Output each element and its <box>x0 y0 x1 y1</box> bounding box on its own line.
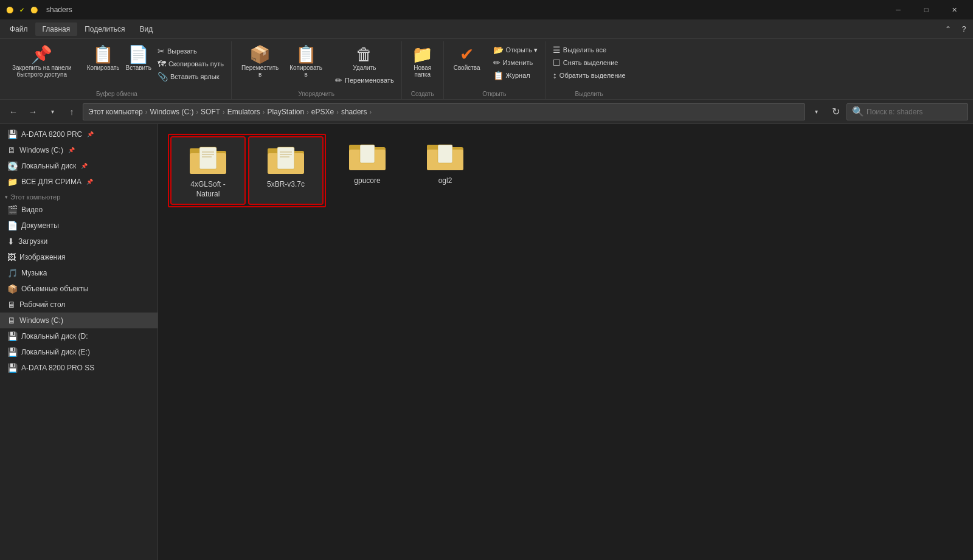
sidebar-item-images[interactable]: 🖼 Изображения <box>0 249 158 265</box>
ribbon: 📌 Закрепить на панелибыстрого доступа 📋 … <box>0 39 973 100</box>
svg-rect-3 <box>199 147 216 169</box>
sidebar-item-music[interactable]: 🎵 Музыка <box>0 265 158 281</box>
searchbar[interactable]: 🔍 <box>847 103 968 120</box>
paste-shortcut-button[interactable]: 📎 Вставить ярлык <box>155 71 226 83</box>
organize-buttons: 📦 Переместитьв 📋 Копироватьв 🗑 Удалить ✏ <box>237 41 396 89</box>
open-label: Открыть <box>482 89 506 99</box>
sidebar-item-windows-c-2[interactable]: 🖥 Windows (C:) <box>0 313 158 328</box>
select-all-icon: ☰ <box>553 45 561 55</box>
refresh-button[interactable]: ↻ <box>827 103 844 120</box>
titlebar-title: shaders <box>46 5 72 14</box>
bc-emulators[interactable]: Emulators <box>227 108 260 116</box>
properties-icon: ✔ <box>460 46 474 63</box>
titlebar-icon-3: 🟡 <box>29 5 39 15</box>
create-label: Создать <box>411 89 434 99</box>
open-button[interactable]: 📂 Открыть ▾ <box>491 44 540 56</box>
bc-epsxe[interactable]: ePSXe <box>311 108 334 116</box>
breadcrumb-dropdown-button[interactable]: ▾ <box>808 103 825 120</box>
copy-button[interactable]: 📋 Копировать <box>85 44 122 74</box>
maximize-button[interactable]: □ <box>912 0 940 19</box>
select-all-button[interactable]: ☰ Выделить все <box>550 44 628 56</box>
folder-5xbr[interactable]: 5xBR-v3.7c <box>249 137 322 204</box>
move-to-button[interactable]: 📦 Переместитьв <box>237 44 283 80</box>
ribbon-group-select: ☰ Выделить все ☐ Снять выделение ↕ Обрат… <box>545 41 633 99</box>
srima-folder-icon: 📁 <box>7 177 18 187</box>
bc-shaders[interactable]: shaders <box>341 108 367 116</box>
invert-selection-button[interactable]: ↕ Обратить выделение <box>550 69 628 81</box>
open-icon: 📂 <box>493 45 504 55</box>
copy-to-icon: 📋 <box>296 46 317 63</box>
local-disk-icon: 💽 <box>7 161 18 171</box>
sidebar-item-adata[interactable]: 💾 A-DATA 8200 PRC 📌 <box>0 126 158 142</box>
delete-button[interactable]: 🗑 Удалить <box>333 44 396 74</box>
recent-locations-button[interactable]: ▾ <box>44 103 61 120</box>
sidebar-item-disk-d[interactable]: 💾 Локальный диск (D: <box>0 328 158 344</box>
move-icon: 📦 <box>249 46 271 63</box>
sidebar-item-documents[interactable]: 📄 Документы <box>0 218 158 233</box>
sidebar-item-disk-e[interactable]: 💾 Локальный диск (E:) <box>0 344 158 360</box>
windows-c-icon: 🖥 <box>7 316 16 325</box>
folder-icon-ogl2 <box>426 139 465 173</box>
music-icon: 🎵 <box>7 268 18 278</box>
menu-home[interactable]: Главная <box>35 22 78 36</box>
properties-button[interactable]: ✔ Свойства <box>449 44 485 74</box>
menu-share[interactable]: Поделиться <box>77 22 132 36</box>
copy-path-icon: 🗺 <box>158 59 166 69</box>
bc-soft[interactable]: SOFT <box>201 108 220 116</box>
ribbon-group-organize: 📦 Переместитьв 📋 Копироватьв 🗑 Удалить ✏ <box>232 41 402 99</box>
selected-files-group: 4xGLSoft -Natural 5xBR-v3.7c <box>168 134 326 207</box>
copy-to-button[interactable]: 📋 Копироватьв <box>285 44 327 80</box>
up-button[interactable]: ↑ <box>63 103 80 120</box>
close-button[interactable]: ✕ <box>940 0 968 19</box>
forward-button[interactable]: → <box>24 103 41 120</box>
folder-label-5xbr: 5xBR-v3.7c <box>267 180 305 190</box>
cut-button[interactable]: ✂ Вырезать <box>155 45 226 57</box>
search-icon: 🔍 <box>852 106 864 117</box>
folder-icon-5xbr <box>266 142 305 176</box>
svg-rect-24 <box>438 145 452 163</box>
folder-4xglsoft[interactable]: 4xGLSoft -Natural <box>171 137 244 204</box>
video-icon: 🎬 <box>7 205 18 215</box>
delete-rename-col: 🗑 Удалить ✏ Переименовать <box>333 44 396 86</box>
history-button[interactable]: 📋 Журнал <box>491 69 540 81</box>
documents-icon: 📄 <box>7 221 18 230</box>
sidebar-item-local-disk[interactable]: 💽 Локальный диск 📌 <box>0 158 158 174</box>
menu-view[interactable]: Вид <box>132 22 160 36</box>
back-button[interactable]: ← <box>5 103 22 120</box>
drive-icon: 💾 <box>7 130 18 139</box>
bc-drive[interactable]: Windows (C:) <box>150 108 193 116</box>
ribbon-group-create: 📁 Новаяпапка Создать <box>402 41 444 99</box>
bc-playstation[interactable]: PlayStation <box>267 108 304 116</box>
computer-section: ▾ Этот компьютер <box>0 190 158 202</box>
sidebar-item-windows-c[interactable]: 🖥 Windows (C:) 📌 <box>0 142 158 158</box>
new-folder-button[interactable]: 📁 Новаяпапка <box>407 44 438 80</box>
menubar-right: ⌃ ? <box>941 22 971 36</box>
folder-gpucore[interactable]: gpucore <box>331 134 404 207</box>
sidebar-item-desktop[interactable]: 🖥 Рабочий стол <box>0 297 158 313</box>
folder-ogl2[interactable]: ogl2 <box>409 134 482 207</box>
sidebar-item-adata-ss[interactable]: 💾 A-DATA 8200 PRO SS <box>0 360 158 376</box>
deselect-button[interactable]: ☐ Снять выделение <box>550 57 628 69</box>
open-col: 📂 Открыть ▾ ✏ Изменить 📋 Журнал <box>491 44 540 81</box>
rename-button[interactable]: ✏ Переименовать <box>333 74 396 86</box>
sidebar-item-srima[interactable]: 📁 ВСЕ ДЛЯ СРИМА 📌 <box>0 174 158 190</box>
search-input[interactable] <box>867 108 963 116</box>
ribbon-collapse-button[interactable]: ⌃ <box>941 22 955 36</box>
sidebar-item-video[interactable]: 🎬 Видео <box>0 202 158 218</box>
edit-button[interactable]: ✏ Изменить <box>491 57 540 69</box>
delete-icon: 🗑 <box>356 46 373 63</box>
menu-file[interactable]: Файл <box>2 22 35 36</box>
minimize-button[interactable]: ─ <box>884 0 912 19</box>
copy-paste-col: 📋 Копировать 📄 Вставить <box>85 44 154 74</box>
sidebar-item-3d[interactable]: 📦 Объемные объекты <box>0 281 158 297</box>
help-button[interactable]: ? <box>957 22 971 36</box>
copy-path-button[interactable]: 🗺 Скопировать путь <box>155 58 226 70</box>
organize-label: Упорядочить <box>299 89 335 99</box>
edit-icon: ✏ <box>493 58 500 67</box>
titlebar-icon-2: ✔ <box>17 5 27 15</box>
pin-quickaccess-button[interactable]: 📌 Закрепить на панелибыстрого доступа <box>7 44 77 80</box>
paste-button[interactable]: 📄 Вставить <box>123 44 154 74</box>
bc-computer[interactable]: Этот компьютер <box>88 108 143 116</box>
copy-icon: 📋 <box>92 46 114 63</box>
sidebar-item-downloads[interactable]: ⬇ Загрузки <box>0 233 158 249</box>
